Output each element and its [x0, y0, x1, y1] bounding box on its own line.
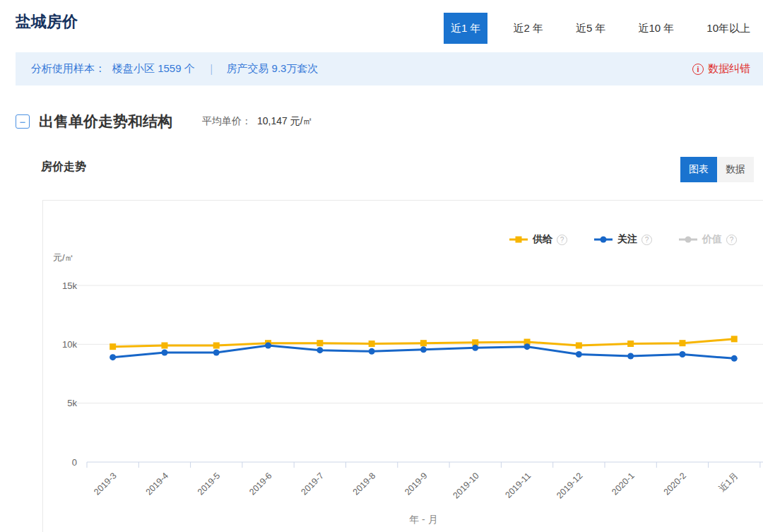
info-circle-icon: i [692, 64, 704, 75]
price-trend-chart: 05k10k15k2019-32019-42019-52019-62019-72… [43, 201, 763, 532]
help-icon[interactable]: ? [726, 235, 737, 245]
period-tab-5y[interactable]: 近5 年 [569, 13, 613, 44]
chart-view-button[interactable]: 图表 [680, 157, 717, 182]
legend-item-attention[interactable]: 关注 ? [594, 233, 652, 246]
page-title: 盐城房价 [16, 11, 78, 32]
legend-label-supply: 供给 [533, 233, 552, 246]
svg-text:10k: 10k [62, 339, 77, 350]
y-axis-unit-label: 元/㎡ [53, 252, 74, 264]
section-title: 出售单价走势和结构 [39, 112, 172, 131]
svg-text:2019-8: 2019-8 [351, 471, 377, 497]
average-price-value: 10,147 元/㎡ [257, 115, 313, 126]
average-price: 平均单价：10,147 元/㎡ [202, 115, 313, 128]
data-correction-label: 数据纠错 [708, 62, 750, 76]
legend-item-supply[interactable]: 供给 ? [509, 233, 567, 246]
svg-text:5k: 5k [67, 398, 77, 408]
period-tab-10y[interactable]: 近10 年 [631, 13, 681, 44]
data-view-button[interactable]: 数据 [717, 157, 754, 182]
collapse-icon[interactable]: − [16, 114, 30, 129]
svg-text:2019-10: 2019-10 [451, 471, 481, 500]
view-toggle: 图表 数据 [680, 157, 754, 182]
legend-label-attention: 关注 [617, 233, 637, 246]
period-tab-bar: 近1 年 近2 年 近5 年 近10 年 10年以上 [444, 13, 757, 44]
svg-text:2019-9: 2019-9 [403, 471, 429, 497]
period-tab-1y[interactable]: 近1 年 [444, 13, 488, 44]
sample-count: 楼盘小区 1559 个 [112, 62, 195, 76]
svg-text:2019-3: 2019-3 [92, 471, 118, 497]
svg-text:2020-1: 2020-1 [610, 471, 636, 497]
page: 盐城房价 近1 年 近2 年 近5 年 近10 年 10年以上 分析使用样本： … [0, 0, 763, 532]
svg-text:2019-11: 2019-11 [503, 471, 533, 500]
transaction-count: 房产交易 9.3万套次 [226, 62, 318, 76]
period-tab-over-10y[interactable]: 10年以上 [699, 13, 757, 44]
data-correction-link[interactable]: i 数据纠错 [692, 62, 750, 76]
svg-text:2019-7: 2019-7 [300, 471, 326, 497]
section-header: − 出售单价走势和结构 平均单价：10,147 元/㎡ [16, 112, 313, 131]
svg-text:2019-6: 2019-6 [247, 471, 273, 497]
price-trend-chart-panel: 05k10k15k2019-32019-42019-52019-62019-72… [42, 200, 763, 532]
legend-item-value[interactable]: 价值 ? [679, 233, 737, 246]
svg-text:2019-5: 2019-5 [196, 471, 222, 497]
chart-title: 房价走势 [41, 160, 86, 175]
svg-text:近1月: 近1月 [717, 471, 740, 493]
attention-line-marker-icon [594, 236, 613, 243]
svg-text:0: 0 [72, 457, 77, 468]
help-icon[interactable]: ? [641, 235, 652, 245]
value-line-marker-icon [679, 236, 697, 243]
chart-legend: 供给 ? 关注 ? 价值 ? [483, 233, 737, 246]
average-price-label: 平均单价： [202, 115, 252, 126]
svg-text:2019-4: 2019-4 [144, 471, 170, 497]
sample-info-label: 分析使用样本： [31, 62, 105, 76]
svg-text:2020-2: 2020-2 [662, 471, 688, 497]
svg-text:2019-12: 2019-12 [555, 471, 584, 500]
help-icon[interactable]: ? [557, 235, 567, 245]
info-divider: ｜ [206, 62, 217, 76]
sample-info-bar: 分析使用样本： 楼盘小区 1559 个 ｜ 房产交易 9.3万套次 i 数据纠错 [16, 52, 763, 85]
svg-text:年 - 月: 年 - 月 [409, 514, 437, 525]
svg-text:15k: 15k [62, 280, 77, 291]
supply-line-marker-icon [509, 236, 528, 243]
period-tab-2y[interactable]: 近2 年 [506, 13, 550, 44]
legend-label-value: 价值 [702, 233, 722, 246]
